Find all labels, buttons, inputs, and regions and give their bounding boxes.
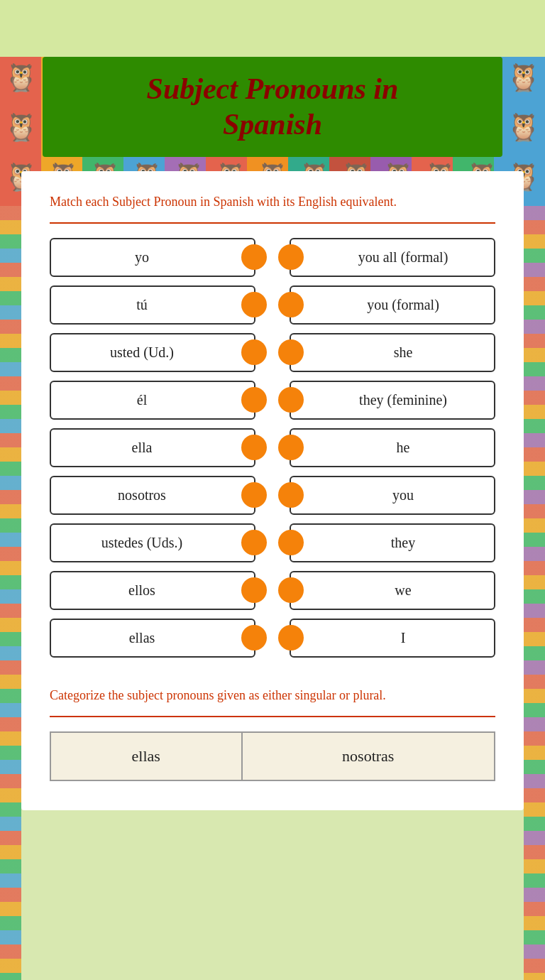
left-item-el[interactable]: él [50, 381, 255, 420]
connector-dot-right-youallformal[interactable] [278, 244, 304, 270]
categorize-table: ellas nosotras [50, 731, 495, 781]
connector-dot-left-ellos[interactable] [241, 577, 267, 603]
owl-decor: 🦉 [0, 107, 41, 148]
left-item-yo[interactable]: yo [50, 238, 255, 277]
right-side-strip [524, 206, 545, 980]
connector-dot-right-youformal[interactable] [278, 292, 304, 317]
right-label-he: he [397, 440, 410, 456]
right-label-youformal: you (formal) [367, 297, 439, 313]
connector-dot-right-you[interactable] [278, 482, 304, 508]
left-item-nosotros[interactable]: nosotros [50, 476, 255, 515]
matching-row: ustedes (Uds.) they [50, 523, 495, 562]
left-label-usted: usted (Ud.) [110, 344, 174, 361]
left-item-ustedes[interactable]: ustedes (Uds.) [50, 523, 255, 562]
connector-dot-left-usted[interactable] [241, 339, 267, 365]
page-title: Subject Pronouns in Spanish [64, 71, 481, 143]
right-item-you-all-formal[interactable]: you all (formal) [290, 238, 495, 277]
categorize-cell-nosotras[interactable]: nosotras [242, 732, 495, 780]
left-label-tu: tú [136, 297, 148, 313]
connector-dot-right-he[interactable] [278, 435, 304, 460]
right-label-theyfeminine: they (feminine) [359, 392, 447, 408]
matching-row: ellos we [50, 571, 495, 610]
left-label-nosotros: nosotros [118, 487, 166, 503]
owl-decor: 🦉 [502, 57, 544, 98]
owl-decor: 🦉 [0, 57, 41, 98]
matching-row: tú you (formal) [50, 285, 495, 325]
section2-divider [50, 716, 495, 717]
right-item-he[interactable]: he [290, 428, 495, 467]
right-item-i[interactable]: I [290, 619, 495, 658]
connector-dot-right-theyfeminine[interactable] [278, 387, 304, 413]
connector-dot-left-ella[interactable] [241, 435, 267, 460]
connector-dot-right-they[interactable] [278, 530, 304, 555]
owl-decor: 🦉 [502, 107, 544, 148]
left-label-ella: ella [132, 440, 153, 456]
matching-row: yo you all (formal) [50, 238, 495, 277]
connector-dot-right-she[interactable] [278, 339, 304, 365]
left-item-usted[interactable]: usted (Ud.) [50, 333, 255, 372]
left-item-tu[interactable]: tú [50, 285, 255, 325]
right-item-they-feminine[interactable]: they (feminine) [290, 381, 495, 420]
section1-instructions: Match each Subject Pronoun in Spanish wi… [50, 192, 495, 212]
left-side-strip [0, 206, 21, 980]
left-label-ustedes: ustedes (Uds.) [101, 535, 182, 551]
connector-dot-left-ellas[interactable] [241, 625, 267, 650]
matching-row: él they (feminine) [50, 381, 495, 420]
right-item-you-formal[interactable]: you (formal) [290, 285, 495, 325]
matching-row: ellas I [50, 619, 495, 658]
left-label-yo: yo [135, 249, 149, 266]
categorize-cell-ellas[interactable]: ellas [50, 732, 242, 780]
matching-row: usted (Ud.) she [50, 333, 495, 372]
left-label-ellas: ellas [129, 630, 155, 646]
left-item-ellos[interactable]: ellos [50, 571, 255, 610]
connector-dot-right-we[interactable] [278, 577, 304, 603]
right-label-i: I [401, 630, 406, 646]
matching-row: ella he [50, 428, 495, 467]
connector-dot-right-i[interactable] [278, 625, 304, 650]
title-banner: Subject Pronouns in Spanish [43, 57, 502, 157]
matching-row: nosotros you [50, 476, 495, 515]
page-wrapper: 🦉 🦉 🦉 🦉 🦉 🦉 🦉 🦉 🦉 🦉 🦉 🦉 🦉 🦉 [0, 57, 545, 980]
right-label-they: they [391, 535, 415, 551]
connector-dot-left-yo[interactable] [241, 244, 267, 270]
connector-dot-left-ustedes[interactable] [241, 530, 267, 555]
section2-instructions: Categorize the subject pronouns given as… [50, 686, 495, 705]
right-label-youallformal: you all (formal) [358, 249, 448, 266]
connector-dot-left-el[interactable] [241, 387, 267, 413]
right-label-we: we [395, 582, 411, 599]
connector-dot-left-nosotros[interactable] [241, 482, 267, 508]
matching-container: yo you all (formal) tú you (formal) [50, 238, 495, 658]
right-item-we[interactable]: we [290, 571, 495, 610]
right-label-she: she [394, 344, 413, 361]
connector-dot-left-tu[interactable] [241, 292, 267, 317]
right-label-you: you [392, 487, 414, 503]
right-item-they[interactable]: they [290, 523, 495, 562]
left-label-ellos: ellos [128, 582, 155, 599]
categorize-row: ellas nosotras [50, 732, 495, 780]
left-item-ella[interactable]: ella [50, 428, 255, 467]
left-label-el: él [137, 392, 147, 408]
content-card: Match each Subject Pronoun in Spanish wi… [21, 171, 524, 810]
section2: Categorize the subject pronouns given as… [50, 686, 495, 781]
right-item-you[interactable]: you [290, 476, 495, 515]
section1-divider [50, 222, 495, 224]
left-item-ellas[interactable]: ellas [50, 619, 255, 658]
right-item-she[interactable]: she [290, 333, 495, 372]
